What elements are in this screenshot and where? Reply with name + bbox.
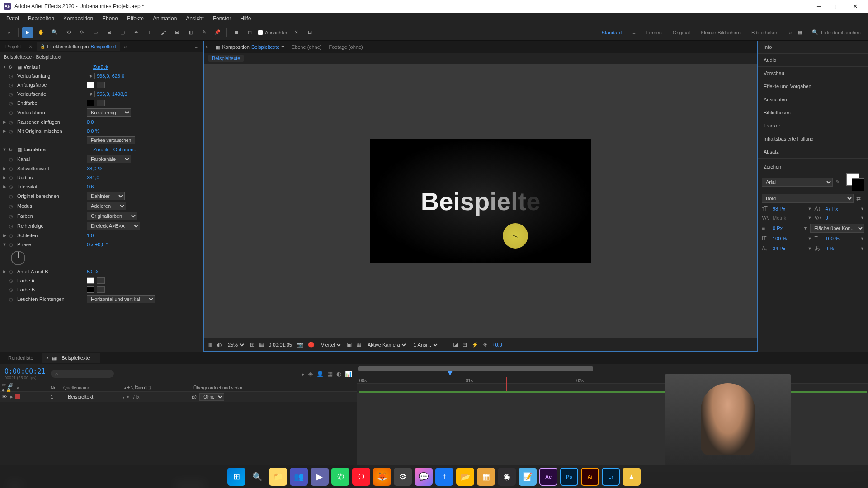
stopwatch-icon[interactable]: ◷ <box>9 287 15 292</box>
twirl-verlauf[interactable]: ▼ <box>2 65 7 69</box>
stopwatch-icon[interactable]: ◷ <box>9 110 15 115</box>
effect-visibility-icon[interactable]: ▦ <box>17 64 22 70</box>
vscale-value[interactable]: 100 % <box>773 236 805 241</box>
baseline-value[interactable]: 34 Px <box>773 246 805 251</box>
endfarbe-swatch[interactable] <box>87 100 94 106</box>
workspace-overflow-icon[interactable]: » <box>789 30 792 35</box>
mask-icon[interactable]: ▦ <box>259 342 264 348</box>
taskbar-firefox[interactable]: 🦊 <box>373 468 391 486</box>
stopwatch-icon[interactable]: ◷ <box>9 120 15 125</box>
camera-select[interactable]: Aktive Kamera <box>366 342 407 348</box>
stopwatch-icon[interactable]: ◷ <box>9 233 15 238</box>
position-picker-icon[interactable]: ⊕ <box>87 73 95 79</box>
stopwatch-icon[interactable]: ◷ <box>9 129 15 134</box>
channel-icon[interactable]: 🔴 <box>308 342 315 348</box>
pickwhip-icon[interactable]: @ <box>192 394 197 399</box>
visibility-toggle[interactable]: 👁 <box>2 394 8 399</box>
stopwatch-icon[interactable]: ◷ <box>9 101 15 106</box>
panel-preview[interactable]: Vorschau <box>758 67 868 80</box>
stopwatch-icon[interactable]: ◷ <box>9 297 15 302</box>
taskbar-app3[interactable]: ▦ <box>477 468 495 486</box>
tab-effect-controls[interactable]: 🔒 Effekteinstellungen Beispieltext <box>37 42 120 51</box>
stopwatch-icon[interactable]: ◷ <box>9 224 15 229</box>
swap-colors-button[interactable]: Farben vertauschen <box>87 136 135 144</box>
grid-icon[interactable]: ⊞ <box>250 342 255 348</box>
taskbar-app[interactable]: ▶ <box>311 468 329 486</box>
stopwatch-icon[interactable]: ◷ <box>9 278 15 283</box>
anteil-value[interactable]: 50 % <box>87 269 98 274</box>
verlaufsanfang-value[interactable]: 968,0, 628,0 <box>97 73 124 79</box>
comp-flow-icon[interactable]: ⬥ <box>301 371 305 377</box>
alpha-icon[interactable]: ▥ <box>208 342 212 348</box>
original-select[interactable]: Dahinter <box>87 192 125 200</box>
panel-align[interactable]: Ausrichten <box>758 93 868 106</box>
panel-info[interactable]: Info <box>758 41 868 54</box>
kerning-value[interactable]: Metrik <box>773 215 805 221</box>
schwellenwert-value[interactable]: 38,0 % <box>87 166 102 171</box>
work-area-bar[interactable] <box>358 366 593 371</box>
phase-value[interactable]: 0 x +0,0 ° <box>87 242 108 247</box>
views-select[interactable]: 1 Ansi... <box>412 342 439 348</box>
kanal-select[interactable]: Farbkanäle <box>87 155 131 163</box>
layer-row[interactable]: 👁 ▶ 1 T Beispieltext ⬥ ✦ / fx @Ohne <box>0 392 357 402</box>
twirl-icon[interactable]: ▶ <box>2 175 7 180</box>
taskbar-illustrator[interactable]: Ai <box>581 468 599 486</box>
radius-value[interactable]: 381,0 <box>87 175 99 180</box>
workspace-learn[interactable]: Lernen <box>646 30 662 35</box>
verlaufsform-select[interactable]: Kreisförmig <box>87 108 131 117</box>
home-icon[interactable]: ⌂ <box>4 27 14 38</box>
render-icon[interactable]: ◐ <box>217 342 222 348</box>
workspace-small[interactable]: Kleiner Bildschirm <box>701 30 741 35</box>
tab-timeline-comp[interactable]: × ▦ Beispieltexte ≡ <box>42 353 100 363</box>
viewer-timecode[interactable]: 0:00:01:05 <box>269 342 292 347</box>
menu-file[interactable]: Datei <box>2 14 24 23</box>
verlaufsende-value[interactable]: 956,0, 1408,0 <box>97 91 127 97</box>
time-ruler[interactable]: :00s 01s 02s 03s <box>357 364 868 384</box>
zoom-tool[interactable]: 🔍 <box>49 27 60 38</box>
panel-effects[interactable]: Effekte und Vorgaben <box>758 80 868 93</box>
menu-animation[interactable]: Animation <box>148 14 181 23</box>
shy-icon[interactable]: 👤 <box>316 371 324 377</box>
twirl-phase[interactable]: ▼ <box>2 242 7 247</box>
layer-twirl[interactable]: ▶ <box>10 394 13 399</box>
tab-project[interactable]: Projekt <box>2 42 24 51</box>
effect-options[interactable]: Optionen... <box>113 147 138 152</box>
farben-select[interactable]: Originalfarben <box>87 212 137 220</box>
pan-behind-tool[interactable]: ⊞ <box>104 27 114 38</box>
effect-leuchten[interactable]: Leuchten <box>24 147 91 152</box>
type-tool[interactable]: T <box>144 27 155 38</box>
draft-3d-icon[interactable]: ◈ <box>308 371 313 377</box>
taskbar-facebook[interactable]: f <box>435 468 453 486</box>
graph-editor-icon[interactable]: 📊 <box>345 371 352 377</box>
viewer-menu-icon[interactable]: ≡ <box>281 44 284 50</box>
eyedropper-icon[interactable] <box>97 100 105 106</box>
taskbar-obs[interactable]: ◉ <box>498 468 516 486</box>
layer-color-chip[interactable] <box>15 394 20 399</box>
parent-select[interactable]: Ohne <box>199 393 224 401</box>
snapshot-icon[interactable]: 📷 <box>297 342 303 348</box>
richtungen-select[interactable]: Horizontal und vertikal <box>87 295 155 303</box>
stopwatch-icon[interactable]: ◷ <box>9 214 15 219</box>
font-family-select[interactable]: Arial <box>762 178 833 187</box>
stopwatch-icon[interactable]: ◷ <box>9 242 15 247</box>
panel-audio[interactable]: Audio <box>758 54 868 67</box>
swap-colors-icon[interactable]: ⇄ <box>856 195 864 202</box>
fill-icon[interactable]: ◼ <box>231 27 241 38</box>
panel-paragraph[interactable]: Absatz <box>758 145 868 159</box>
orbit-tool[interactable]: ⟲ <box>63 27 74 38</box>
panel-libraries[interactable]: Bibliotheken <box>758 106 868 119</box>
tab-composition[interactable]: ▦ Komposition Beispieltexte ≡ <box>216 44 284 50</box>
fx-toggle[interactable]: fx <box>9 147 15 152</box>
workspace-standard[interactable]: Standard <box>602 30 622 35</box>
twirl-icon[interactable]: ▶ <box>2 120 7 124</box>
taskbar-photoshop[interactable]: Ps <box>560 468 578 486</box>
tsume-value[interactable]: 0 % <box>826 246 858 251</box>
workspace-panel-icon[interactable]: ▦ <box>795 27 806 38</box>
eyedropper-icon[interactable] <box>97 286 105 293</box>
panel-character-title[interactable]: Zeichen <box>764 164 781 169</box>
twirl-icon[interactable]: ▶ <box>2 269 7 274</box>
motion-blur-icon[interactable]: ◐ <box>336 371 341 377</box>
workspace-menu-icon[interactable]: ≡ <box>632 30 635 35</box>
eyedropper-icon[interactable]: ✎ <box>835 179 844 185</box>
eyedropper-icon[interactable] <box>97 82 105 88</box>
